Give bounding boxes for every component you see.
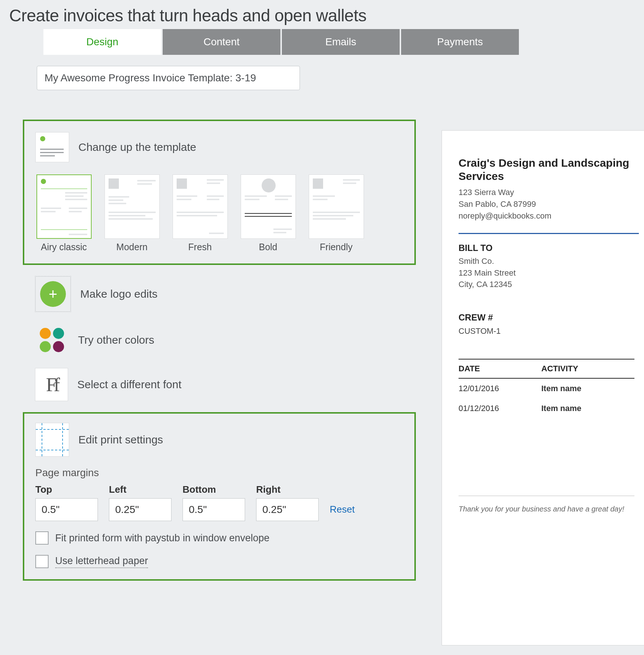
margin-top-label: Top (35, 484, 98, 495)
margin-right-input[interactable] (256, 498, 319, 521)
font-section[interactable]: Ff Select a different font (35, 368, 416, 401)
invoice-preview: Craig's Design and Landscaping Services … (442, 130, 644, 645)
preview-col-date: DATE (459, 364, 541, 373)
page-title: Create invoices that turn heads and open… (0, 0, 644, 29)
page-margins-label: Page margins (35, 467, 403, 479)
tab-content[interactable]: Content (163, 29, 280, 55)
preview-crew-value: CUSTOM-1 (459, 326, 634, 336)
preview-row: 01/12/2016 Item name (459, 399, 634, 418)
font-icon: Ff (35, 368, 68, 401)
print-settings-icon (35, 423, 69, 457)
fit-envelope-checkbox[interactable] (35, 531, 49, 545)
margin-top-input[interactable] (35, 498, 98, 521)
preview-billto-1: Smith Co. (459, 255, 634, 267)
preview-address-2: San Pablo, CA 87999 (459, 198, 634, 210)
print-settings-section: Edit print settings Page margins Top Lef… (23, 412, 416, 581)
add-logo-icon: + (35, 276, 71, 312)
template-option-airy-classic[interactable]: Airy classic (35, 174, 92, 252)
template-icon (35, 130, 69, 164)
reset-margins-link[interactable]: Reset (330, 504, 355, 521)
template-option-friendly[interactable]: Friendly (308, 174, 365, 252)
margin-left-input[interactable] (109, 498, 171, 521)
logo-section[interactable]: + Make logo edits (35, 276, 416, 312)
colors-icon (35, 323, 69, 357)
preview-col-activity: ACTIVITY (541, 364, 578, 373)
margin-bottom-input[interactable] (183, 498, 245, 521)
tabs-bar: Design Content Emails Payments (43, 29, 644, 55)
fit-envelope-label: Fit printed form with paystub in window … (55, 532, 269, 544)
preview-footer-message: Thank you for your business and have a g… (459, 496, 634, 513)
preview-crew-header: CREW # (459, 312, 634, 323)
template-option-modern[interactable]: Modern (103, 174, 160, 252)
preview-email: noreply@quickbooks.com (459, 210, 634, 222)
margin-left-label: Left (109, 484, 171, 495)
preview-billto-3: City, CA 12345 (459, 279, 634, 290)
letterhead-label: Use letterhead paper (55, 555, 148, 568)
tab-design[interactable]: Design (43, 29, 161, 55)
colors-section[interactable]: Try other colors (35, 323, 416, 357)
letterhead-checkbox[interactable] (35, 555, 49, 568)
preview-billto-2: 123 Main Street (459, 267, 634, 279)
template-option-fresh[interactable]: Fresh (171, 174, 229, 252)
preview-company-name: Craig's Design and Landscaping Services (459, 156, 634, 183)
change-template-section: Change up the template Airy classic (23, 120, 416, 265)
preview-address-1: 123 Sierra Way (459, 187, 634, 198)
margin-right-label: Right (256, 484, 319, 495)
preview-divider (459, 233, 639, 234)
margin-bottom-label: Bottom (183, 484, 245, 495)
template-option-bold[interactable]: Bold (240, 174, 297, 252)
tab-emails[interactable]: Emails (282, 29, 400, 55)
preview-billto-header: BILL TO (459, 243, 634, 253)
preview-row: 12/01/2016 Item name (459, 379, 634, 399)
change-template-title: Change up the template (78, 141, 196, 153)
tab-payments[interactable]: Payments (401, 29, 519, 55)
template-name-input[interactable] (37, 66, 300, 90)
